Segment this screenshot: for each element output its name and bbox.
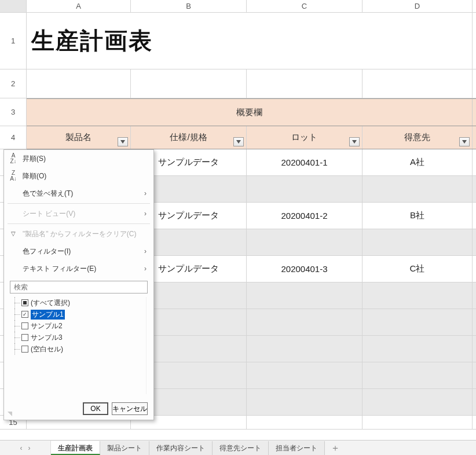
separator — [8, 203, 150, 204]
row-header-3[interactable]: 3 — [0, 98, 27, 126]
chevron-right-icon: › — [144, 210, 147, 218]
cell[interactable] — [363, 336, 473, 362]
cell[interactable] — [247, 416, 363, 429]
cell[interactable] — [247, 336, 363, 362]
filter-button-spec[interactable] — [233, 137, 244, 146]
cell[interactable] — [363, 282, 473, 309]
menu-label: 昇順(S) — [23, 154, 46, 164]
filter-item[interactable]: サンプル1 — [14, 309, 146, 320]
sheet-tab[interactable]: 得意先シート — [213, 441, 269, 455]
menu-label: 色フィルター(I) — [23, 247, 71, 256]
column-header-row: A B C D — [0, 0, 476, 13]
cell[interactable] — [363, 69, 473, 98]
add-sheet-button[interactable]: ＋ — [325, 441, 346, 455]
filter-item-label: (空白セル) — [31, 344, 63, 354]
cell[interactable] — [131, 69, 247, 98]
header-label: ロット — [291, 132, 317, 143]
filter-item-label: (すべて選択) — [31, 298, 70, 308]
menu-label: "製品名" からフィルターをクリア(C) — [23, 229, 137, 239]
filter-item[interactable]: サンプル3 — [14, 332, 146, 343]
header-label: 得意先 — [404, 132, 430, 143]
col-header-c[interactable]: C — [247, 0, 363, 12]
checkbox-icon — [21, 322, 28, 329]
header-product[interactable]: 製品名 — [27, 126, 131, 149]
row-header-4[interactable]: 4 — [0, 126, 27, 149]
sheet-tab-bar: ‹ › 生産計画表 製品シート 作業内容シート 得意先シート 担当者シート ＋ — [0, 440, 476, 455]
select-all-corner[interactable] — [0, 0, 27, 12]
checkbox-icon — [21, 334, 28, 341]
chevron-right-icon: › — [144, 247, 147, 255]
chevron-right-icon: › — [144, 189, 147, 197]
filter-button-product[interactable] — [118, 137, 128, 146]
cell[interactable] — [363, 229, 473, 255]
cell-lot[interactable]: 20200401-2 — [247, 203, 363, 229]
sort-desc-icon: ZA↓ — [9, 170, 18, 182]
section-header[interactable]: 概要欄 — [27, 99, 473, 126]
sort-by-color[interactable]: 色で並べ替え(T) › — [4, 185, 153, 202]
cell[interactable] — [247, 282, 363, 309]
menu-label: 色で並べ替え(T) — [23, 189, 73, 199]
col-header-a[interactable]: A — [27, 0, 131, 12]
cell[interactable] — [27, 69, 131, 98]
cell-customer[interactable]: B社 — [363, 203, 473, 229]
sort-asc-icon: AZ↓ — [9, 153, 18, 164]
menu-label: テキスト フィルター(E) — [23, 264, 96, 274]
sheet-view: シート ビュー(V) › — [4, 205, 153, 222]
cancel-button[interactable]: キャンセル — [112, 402, 148, 415]
sheet-tab[interactable]: 担当者シート — [269, 441, 325, 455]
cell[interactable] — [363, 309, 473, 335]
sheet-tab[interactable]: 作業内容シート — [149, 441, 213, 455]
row-header-2[interactable]: 2 — [0, 69, 27, 98]
color-filter[interactable]: 色フィルター(I) › — [4, 243, 153, 260]
tab-next-icon[interactable]: › — [28, 444, 31, 452]
cell[interactable] — [247, 309, 363, 335]
clear-filter: ▽ "製品名" からフィルターをクリア(C) — [4, 225, 153, 243]
cell-lot[interactable]: 20200401-3 — [247, 256, 363, 282]
filter-checklist: (すべて選択) サンプル1 サンプル2 サンプル3 (空白セル) — [14, 297, 147, 394]
tab-prev-icon[interactable]: ‹ — [20, 444, 23, 452]
sort-descending[interactable]: ZA↓ 降順(O) — [4, 167, 153, 185]
cell[interactable] — [363, 416, 473, 429]
cell[interactable] — [363, 176, 473, 202]
filter-item-select-all[interactable]: (すべて選択) — [14, 297, 146, 309]
header-label: 製品名 — [65, 132, 91, 143]
col-header-d[interactable]: D — [363, 0, 473, 12]
sort-ascending[interactable]: AZ↓ 昇順(S) — [4, 150, 153, 167]
cell[interactable] — [247, 389, 363, 415]
filter-button-lot[interactable] — [349, 137, 360, 146]
checkbox-indeterminate-icon — [21, 299, 28, 306]
header-customer[interactable]: 得意先 — [363, 126, 473, 149]
ok-button[interactable]: OK — [83, 402, 108, 415]
filter-button-customer[interactable] — [459, 137, 470, 146]
filter-item-label: サンプル2 — [31, 321, 63, 331]
filter-item-label: サンプル1 — [31, 310, 65, 320]
checkbox-checked-icon — [21, 311, 28, 318]
chevron-right-icon: › — [144, 265, 147, 273]
col-header-b[interactable]: B — [131, 0, 247, 12]
cell[interactable] — [363, 362, 473, 388]
autofilter-menu: AZ↓ 昇順(S) ZA↓ 降順(O) 色で並べ替え(T) › シート ビュー(… — [3, 149, 154, 420]
row-header-1[interactable]: 1 — [0, 13, 27, 69]
header-lot[interactable]: ロット — [247, 126, 363, 149]
menu-label: シート ビュー(V) — [23, 209, 75, 219]
title-cell[interactable]: 生産計画表 — [27, 13, 473, 69]
sheet-tab[interactable]: 製品シート — [100, 441, 149, 455]
cell-customer[interactable]: A社 — [363, 149, 473, 175]
filter-search-input[interactable] — [10, 281, 148, 293]
clear-filter-icon: ▽ — [9, 231, 18, 237]
cell[interactable] — [247, 69, 363, 98]
filter-item[interactable]: サンプル2 — [14, 320, 146, 332]
tab-nav: ‹ › — [0, 441, 51, 455]
separator — [8, 223, 150, 224]
menu-label: 降順(O) — [23, 171, 46, 181]
cell[interactable] — [363, 389, 473, 415]
cell-customer[interactable]: C社 — [363, 256, 473, 282]
text-filter[interactable]: テキスト フィルター(E) › — [4, 260, 153, 277]
cell[interactable] — [247, 362, 363, 388]
cell-lot[interactable]: 20200401-1 — [247, 149, 363, 175]
sheet-tab-active[interactable]: 生産計画表 — [51, 441, 100, 455]
filter-item-blanks[interactable]: (空白セル) — [14, 343, 146, 355]
cell[interactable] — [247, 176, 363, 202]
header-spec[interactable]: 仕様/規格 — [131, 126, 247, 149]
cell[interactable] — [247, 229, 363, 255]
